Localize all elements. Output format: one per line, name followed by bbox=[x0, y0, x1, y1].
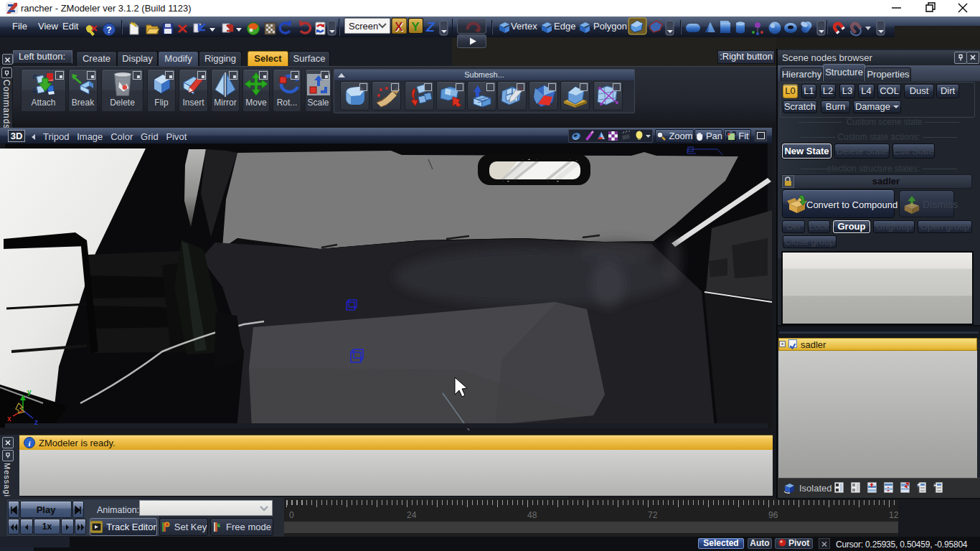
svg-text:?: ? bbox=[106, 25, 111, 35]
svg-text:Y: Y bbox=[411, 20, 420, 34]
svg-text:x: x bbox=[7, 415, 11, 423]
svg-text:Screen: Screen bbox=[349, 21, 378, 32]
svg-text:z: z bbox=[34, 418, 38, 426]
svg-text:Z: Z bbox=[425, 19, 435, 34]
svg-text:y: y bbox=[27, 388, 32, 396]
svg-text:X: X bbox=[395, 20, 403, 34]
